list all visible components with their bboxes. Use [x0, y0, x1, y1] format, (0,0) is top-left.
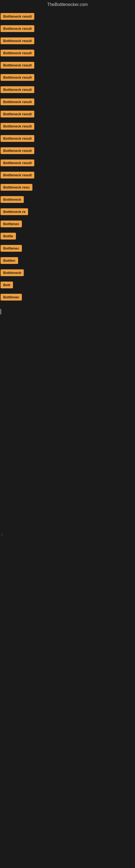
bottleneck-badge: Bottleneck result	[1, 25, 34, 32]
bottleneck-item[interactable]: Bottlenec	[0, 219, 135, 229]
bottleneck-item[interactable]: Bottleneck result	[0, 110, 135, 120]
bottleneck-badge: Bottlen	[1, 257, 18, 264]
bottleneck-badge: Bottleneck	[1, 196, 24, 203]
bottleneck-badge: Bottlenec	[1, 245, 22, 252]
page-wrapper: TheBottlenecker.com Bottleneck resultBot…	[0, 0, 135, 537]
bottleneck-item[interactable]: Bottleneck result	[0, 146, 135, 156]
bottleneck-item[interactable]: Bottleneck result	[0, 36, 135, 46]
bottleneck-badge: Bottleneck result	[1, 62, 34, 69]
bottleneck-badge: Bottleneck result	[1, 123, 34, 130]
bottleneck-badge: Bott	[1, 282, 13, 288]
bottleneck-badge: Bottleneck resu	[1, 184, 32, 191]
bottleneck-item[interactable]: Bottleneck	[0, 268, 135, 278]
bottleneck-item[interactable]: Bottleneck result	[0, 134, 135, 144]
bottleneck-badge: Bottlenec	[1, 220, 22, 227]
bottleneck-item[interactable]: Bottleneck result	[0, 12, 135, 22]
bottleneck-badge: Bottleneck result	[1, 86, 34, 93]
bottleneck-item[interactable]: Bott	[0, 280, 135, 290]
bottleneck-badge: Bottleneck result	[1, 172, 34, 179]
bottleneck-item[interactable]: Bottle	[0, 231, 135, 242]
text-cursor	[1, 309, 1, 314]
bottleneck-badge: Bottleneck result	[1, 74, 34, 81]
bottleneck-badge: Bottleneck result	[1, 111, 34, 118]
bottleneck-item[interactable]: Bottleneck result	[0, 73, 135, 83]
bottleneck-item[interactable]: Bottlenec	[0, 244, 135, 254]
bottleneck-item[interactable]: Bottleneck result	[0, 49, 135, 59]
bottleneck-badge: Bottleneck result	[1, 37, 34, 44]
bottleneck-badge: Bottleneck result	[1, 50, 34, 56]
bottleneck-badge: Bottleneck	[1, 269, 24, 276]
site-title: TheBottlenecker.com	[0, 0, 135, 9]
bottleneck-item[interactable]: Bottleneck	[0, 195, 135, 205]
bottleneck-item[interactable]: Bottleneck result	[0, 170, 135, 181]
bottleneck-item[interactable]: Bottleneck result	[0, 158, 135, 168]
bottleneck-item[interactable]: Bottleneck result	[0, 61, 135, 71]
bottleneck-badge: Bottleneck result	[1, 98, 34, 105]
bottleneck-badge: Bottleneck re	[1, 208, 28, 215]
bottleneck-item[interactable]: Bottleneck result	[0, 122, 135, 132]
bottleneck-item[interactable]: Bottlenec	[0, 293, 135, 303]
bottleneck-item[interactable]: Bottleneck result	[0, 24, 135, 34]
footer-char: c	[0, 531, 135, 537]
bottleneck-badge: Bottleneck result	[1, 135, 34, 142]
bottleneck-item[interactable]: Bottleneck result	[0, 85, 135, 95]
bottleneck-badge: Bottleneck result	[1, 159, 34, 166]
bottleneck-badge: Bottlenec	[1, 294, 22, 301]
bottleneck-item[interactable]: Bottlen	[0, 256, 135, 266]
bottleneck-item[interactable]: Bottleneck re	[0, 207, 135, 217]
bottleneck-list: Bottleneck resultBottleneck resultBottle…	[0, 9, 135, 308]
bottleneck-item[interactable]: Bottleneck result	[0, 97, 135, 107]
bottleneck-item[interactable]: Bottleneck resu	[0, 183, 135, 193]
bottleneck-badge: Bottleneck result	[1, 13, 34, 20]
bottleneck-badge: Bottle	[1, 233, 16, 240]
bottleneck-badge: Bottleneck result	[1, 147, 34, 154]
